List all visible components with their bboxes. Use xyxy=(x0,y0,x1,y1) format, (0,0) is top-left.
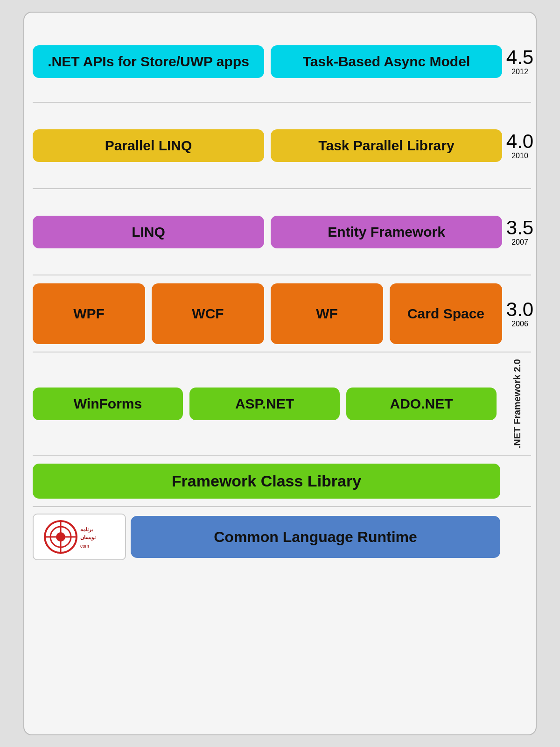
diagram-container: .NET APIs for Store/UWP apps Task-Based … xyxy=(23,12,537,735)
row-clr: برنامه نويسان com Common Language Runtim… xyxy=(33,507,531,569)
net-framework-label: .NET Framework 2.0 xyxy=(503,359,531,448)
card-task-based-async: Task-Based Async Model xyxy=(271,45,502,78)
card-aspnet: ASP.NET xyxy=(189,388,340,420)
cards-row-5: WinForms ASP.NET ADO.NET xyxy=(33,359,497,448)
card-net-apis: .NET APIs for Store/UWP apps xyxy=(33,45,264,78)
card-winforms: WinForms xyxy=(33,388,183,420)
logo-box: برنامه نويسان com xyxy=(33,514,126,560)
card-card-space: Card Space xyxy=(390,283,502,344)
card-task-parallel-library: Task Parallel Library xyxy=(271,129,502,162)
version-label-3-0: 3.0 2006 xyxy=(509,282,531,345)
card-parallel-linq: Parallel LINQ xyxy=(33,129,264,162)
row-4-0: Parallel LINQ Task Parallel Library 4.0 … xyxy=(33,103,531,189)
card-clr: Common Language Runtime xyxy=(131,516,500,558)
cards-row-4: WPF WCF WF Card Space xyxy=(33,282,502,345)
card-adonet: ADO.NET xyxy=(346,388,497,420)
version-label-4-0: 4.0 2010 xyxy=(509,109,531,182)
svg-text:نويسان: نويسان xyxy=(80,535,96,541)
cards-row-6: Framework Class Library xyxy=(33,462,500,500)
spacer-row6 xyxy=(507,462,531,500)
cards-row-7: برنامه نويسان com Common Language Runtim… xyxy=(33,514,500,560)
row-net-framework-2: WinForms ASP.NET ADO.NET .NET Framework … xyxy=(33,352,531,456)
card-fcl: Framework Class Library xyxy=(33,464,500,499)
card-wcf: WCF xyxy=(152,283,264,344)
spacer-row7 xyxy=(507,514,531,560)
main-content: .NET APIs for Store/UWP apps Task-Based … xyxy=(24,13,536,734)
cards-row-2: Parallel LINQ Task Parallel Library xyxy=(33,109,502,182)
card-entity-framework: Entity Framework xyxy=(271,216,502,248)
row-3-5: LINQ Entity Framework 3.5 2007 xyxy=(33,189,531,275)
version-label-4-5: 4.5 2012 xyxy=(509,28,531,95)
svg-text:برنامه: برنامه xyxy=(80,527,93,533)
version-label-3-5: 3.5 2007 xyxy=(509,196,531,268)
row-4-5: .NET APIs for Store/UWP apps Task-Based … xyxy=(33,21,531,103)
card-wf: WF xyxy=(271,283,383,344)
cards-row-1: .NET APIs for Store/UWP apps Task-Based … xyxy=(33,28,502,95)
row-3-0: WPF WCF WF Card Space 3.0 2006 xyxy=(33,275,531,352)
cards-row-3: LINQ Entity Framework xyxy=(33,196,502,268)
row-fcl: Framework Class Library xyxy=(33,456,531,507)
card-wpf: WPF xyxy=(33,283,145,344)
svg-text:com: com xyxy=(80,543,89,549)
card-linq: LINQ xyxy=(33,216,264,248)
logo-svg: برنامه نويسان com xyxy=(42,518,117,556)
